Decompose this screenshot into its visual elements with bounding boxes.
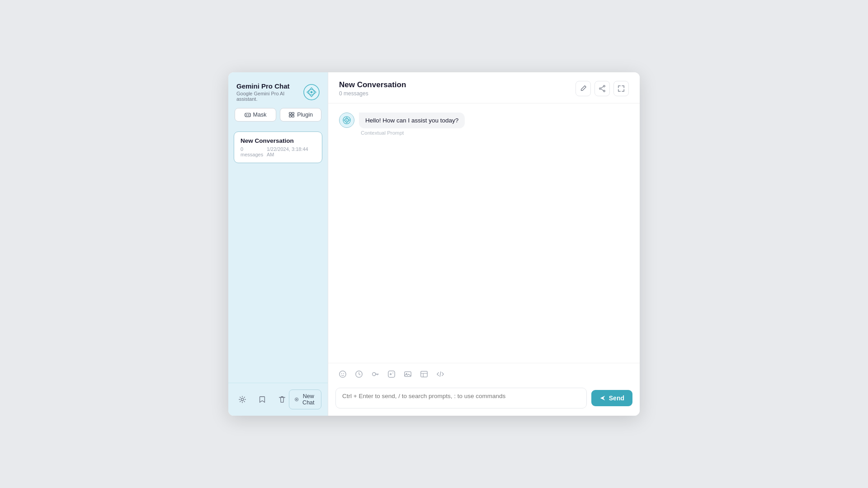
svg-point-13 xyxy=(599,88,601,89)
bot-message-row: Hello! How can I assist you today? Conte… xyxy=(339,113,629,136)
footer-icons xyxy=(236,393,289,406)
bookmark-icon-btn[interactable] xyxy=(255,393,269,406)
key-button[interactable] xyxy=(368,367,382,381)
chat-input[interactable] xyxy=(342,393,580,404)
greeting-bubble: Hello! How can I assist you today? xyxy=(359,113,465,128)
app-title: Gemini Pro Chat xyxy=(236,82,303,90)
send-icon xyxy=(599,395,606,401)
chat-input-row: Send xyxy=(328,384,640,416)
conversation-timestamp: 1/22/2024, 3:18:44 AM xyxy=(267,146,316,157)
svg-rect-2 xyxy=(245,113,250,117)
image-button[interactable] xyxy=(401,367,415,381)
contextual-prompt-label: Contextual Prompt xyxy=(359,130,465,136)
mask-button[interactable]: Mask xyxy=(235,108,276,122)
conversation-list: New Conversation 0 messages 1/22/2024, 3… xyxy=(228,128,328,383)
mask-icon xyxy=(245,112,251,118)
fullscreen-icon xyxy=(618,85,625,92)
svg-point-4 xyxy=(248,114,249,116)
svg-point-1 xyxy=(311,91,313,93)
chat-header-left: New Conversation 0 messages xyxy=(339,80,406,97)
trash-icon-btn[interactable] xyxy=(275,393,289,406)
sidebar: Gemini Pro Chat Google Gemini Pro AI ass… xyxy=(228,72,328,416)
sidebar-actions: Mask Plugin xyxy=(228,108,328,128)
conversation-messages: 0 messages xyxy=(241,146,267,157)
plus-icon xyxy=(295,396,298,403)
share-button[interactable] xyxy=(594,81,610,96)
settings-icon-btn[interactable] xyxy=(236,393,249,406)
bot-avatar xyxy=(339,113,354,128)
send-button[interactable]: Send xyxy=(591,390,632,406)
sidebar-footer: New Chat xyxy=(228,383,328,416)
sidebar-title-block: Gemini Pro Chat Google Gemini Pro AI ass… xyxy=(236,82,303,102)
edit-button[interactable] xyxy=(576,81,591,96)
bot-message-content: Hello! How can I assist you today? Conte… xyxy=(359,113,465,136)
conversation-title: New Conversation xyxy=(241,137,316,144)
plugin-icon xyxy=(288,112,295,118)
svg-rect-23 xyxy=(405,372,411,377)
gemini-logo-icon xyxy=(303,84,320,100)
share-icon xyxy=(599,85,606,92)
chat-header-sub: 0 messages xyxy=(339,90,406,97)
svg-point-20 xyxy=(373,372,376,375)
svg-point-17 xyxy=(341,373,342,374)
chat-header: New Conversation 0 messages xyxy=(328,72,640,103)
code-button[interactable] xyxy=(433,367,448,381)
edit-icon xyxy=(580,85,587,92)
svg-rect-25 xyxy=(421,371,427,377)
plugin-button[interactable]: Plugin xyxy=(280,108,321,122)
chat-input-wrap xyxy=(335,388,587,408)
svg-point-12 xyxy=(604,90,605,92)
new-chat-button[interactable]: New Chat xyxy=(289,389,321,409)
svg-rect-6 xyxy=(292,113,294,114)
svg-point-15 xyxy=(346,120,348,121)
chat-main: New Conversation 0 messages xyxy=(328,72,640,416)
svg-point-22 xyxy=(392,372,393,373)
conversation-meta: 0 messages 1/22/2024, 3:18:44 AM xyxy=(241,146,316,157)
svg-rect-8 xyxy=(292,115,294,117)
chat-messages: Hello! How can I assist you today? Conte… xyxy=(328,103,640,363)
svg-rect-7 xyxy=(289,115,291,117)
svg-rect-5 xyxy=(289,113,291,114)
svg-point-3 xyxy=(246,114,247,116)
table-button[interactable] xyxy=(417,367,431,381)
app-subtitle: Google Gemini Pro AI assistant. xyxy=(236,91,303,102)
conversation-item[interactable]: New Conversation 0 messages 1/22/2024, 3… xyxy=(234,131,322,163)
chat-header-actions xyxy=(576,81,629,96)
chat-header-title: New Conversation xyxy=(339,80,406,89)
svg-point-16 xyxy=(340,371,346,377)
sidebar-header: Gemini Pro Chat Google Gemini Pro AI ass… xyxy=(228,72,328,108)
svg-point-11 xyxy=(604,85,605,87)
emoji-button[interactable] xyxy=(335,367,350,381)
chat-toolbar xyxy=(328,363,640,384)
svg-point-9 xyxy=(241,398,243,400)
svg-point-18 xyxy=(343,373,344,374)
sticker-button[interactable] xyxy=(384,367,399,381)
history-button[interactable] xyxy=(352,367,366,381)
fullscreen-button[interactable] xyxy=(613,81,629,96)
